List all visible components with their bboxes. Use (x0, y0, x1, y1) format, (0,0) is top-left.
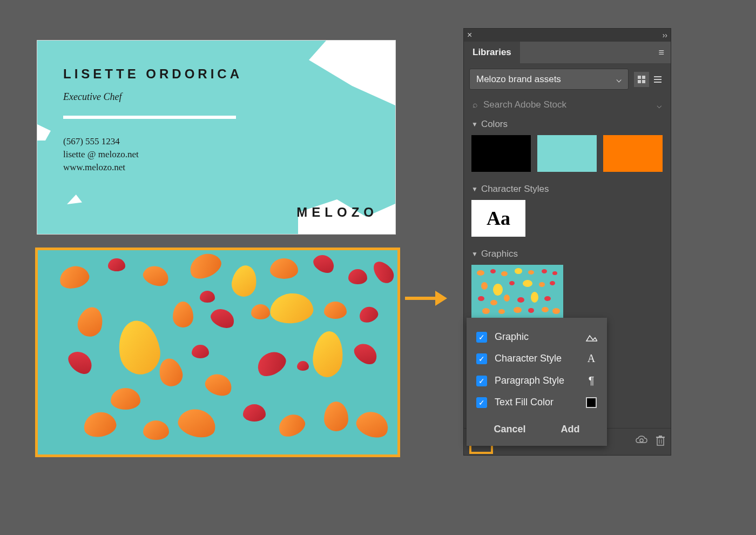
pilcrow-icon: ¶ (585, 374, 597, 387)
svg-rect-3 (642, 80, 645, 83)
popup-item-character-style[interactable]: ✓ Character Style A (476, 347, 597, 370)
svg-rect-8 (657, 438, 664, 445)
color-swatch-teal[interactable] (537, 135, 597, 172)
checkbox-icon[interactable]: ✓ (476, 397, 487, 408)
svg-rect-9 (656, 437, 665, 438)
triangle-down-icon: ▼ (471, 250, 478, 258)
card-name: LISETTE ORDORICA (63, 66, 242, 82)
card-email: lisette @ melozo.net (63, 149, 242, 160)
svg-point-7 (640, 439, 643, 442)
color-swatch-orange[interactable] (603, 135, 663, 172)
card-website: www.melozo.net (63, 162, 242, 173)
character-style-thumb[interactable]: Aa (471, 200, 525, 237)
add-asset-popup: ✓ Graphic ✓ Character Style A ✓ Paragrap… (467, 318, 607, 446)
svg-rect-2 (638, 80, 641, 83)
card-title: Executive Chef (63, 91, 242, 103)
search-icon: ⌕ (473, 100, 478, 110)
libraries-tab[interactable]: Libraries (464, 42, 520, 63)
fill-color-icon (585, 397, 597, 408)
cloud-sync-icon[interactable] (635, 435, 648, 449)
search-chevron-icon[interactable]: ⌵ (657, 100, 662, 110)
svg-rect-0 (638, 76, 641, 79)
popup-item-paragraph-style[interactable]: ✓ Paragraph Style ¶ (476, 370, 597, 392)
trash-icon[interactable] (656, 435, 665, 449)
cancel-button[interactable]: Cancel (487, 422, 532, 437)
card-phone: (567) 555 1234 (63, 136, 242, 147)
close-icon[interactable]: × (467, 30, 472, 40)
panel-menu-icon[interactable]: ≡ (652, 47, 671, 58)
svg-rect-6 (654, 82, 662, 83)
card-divider (63, 116, 236, 119)
search-input[interactable]: Search Adobe Stock (483, 99, 651, 110)
business-card: LISETTE ORDORICA Executive Chef (567) 55… (37, 40, 396, 235)
graphic-thumbnail[interactable] (471, 265, 563, 318)
popup-item-text-fill-color[interactable]: ✓ Text Fill Color (476, 392, 597, 413)
svg-rect-10 (659, 436, 662, 437)
list-view-button[interactable] (650, 72, 665, 87)
triangle-down-icon: ▼ (471, 121, 478, 128)
charstyles-section-header[interactable]: ▼ Character Styles (471, 184, 663, 195)
checkbox-icon[interactable]: ✓ (476, 353, 487, 364)
card-flake-left (37, 124, 51, 141)
collapse-icon[interactable]: ›› (663, 31, 667, 39)
library-name: Melozo brand assets (476, 74, 561, 85)
card-torn-edge-tr (309, 41, 395, 105)
checkbox-icon[interactable]: ✓ (476, 376, 487, 386)
color-swatch-black[interactable] (471, 135, 531, 172)
add-button[interactable]: Add (555, 422, 586, 437)
graphics-section-header[interactable]: ▼ Graphics (471, 249, 663, 259)
graphic-icon (585, 332, 597, 342)
colors-section-header[interactable]: ▼ Colors (471, 119, 663, 130)
chevron-down-icon: ⌵ (616, 73, 622, 85)
svg-rect-1 (642, 76, 645, 79)
triangle-down-icon: ▼ (471, 185, 478, 193)
arrow-annotation (405, 291, 447, 306)
character-icon: A (585, 352, 597, 365)
card-brand: MELOZO (296, 205, 378, 220)
popup-item-graphic[interactable]: ✓ Graphic (476, 326, 597, 347)
svg-rect-4 (654, 76, 662, 77)
grid-view-button[interactable] (634, 72, 649, 87)
panel-titlebar[interactable]: × ›› (464, 29, 671, 42)
library-dropdown[interactable]: Melozo brand assets ⌵ (469, 69, 629, 90)
card-flake (67, 195, 82, 204)
checkbox-icon[interactable]: ✓ (476, 332, 487, 343)
svg-rect-5 (654, 79, 662, 80)
selected-graphic-image[interactable] (35, 248, 400, 457)
